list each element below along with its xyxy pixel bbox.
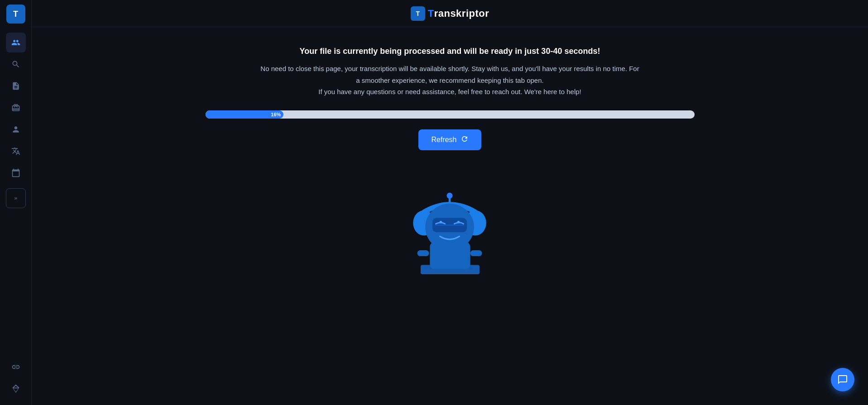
sidebar-item-calendar[interactable] xyxy=(6,163,26,183)
processing-headline: Your file is currently being processed a… xyxy=(300,45,600,57)
main-content: T Transkriptor Your file is currently be… xyxy=(32,0,868,405)
sidebar-item-user[interactable] xyxy=(6,119,26,139)
app-logo[interactable]: T xyxy=(6,5,25,24)
chat-icon xyxy=(837,374,848,385)
progress-container: 16% xyxy=(206,110,695,119)
logo-icon: T xyxy=(411,6,425,21)
svg-point-18 xyxy=(446,192,452,198)
gem-icon xyxy=(11,384,20,393)
topbar: T Transkriptor xyxy=(32,0,868,27)
expand-icon: » xyxy=(14,195,17,201)
refresh-label: Refresh xyxy=(431,136,456,144)
sidebar-expand-button[interactable]: » xyxy=(6,188,26,208)
processing-content: Your file is currently being processed a… xyxy=(32,27,868,405)
svg-rect-11 xyxy=(417,250,429,256)
document-icon xyxy=(11,81,20,91)
sidebar: T » xyxy=(0,0,32,405)
processing-subtext: No need to close this page, your transcr… xyxy=(260,63,639,98)
translate-icon xyxy=(11,147,20,156)
progress-percent-label: 16% xyxy=(271,112,281,117)
team-icon xyxy=(11,38,20,47)
sidebar-item-gift[interactable] xyxy=(6,98,26,118)
search-icon xyxy=(11,60,20,69)
refresh-icon xyxy=(460,135,469,145)
chat-button[interactable] xyxy=(831,368,854,391)
app-title: Transkriptor xyxy=(428,8,489,19)
robot-mascot xyxy=(391,168,509,286)
sidebar-item-search[interactable] xyxy=(6,54,26,74)
sidebar-item-link[interactable] xyxy=(6,357,26,377)
link-icon xyxy=(11,362,20,372)
svg-point-22 xyxy=(457,221,460,224)
svg-point-21 xyxy=(439,221,442,224)
gift-icon xyxy=(11,103,20,112)
svg-rect-1 xyxy=(424,267,427,269)
sidebar-item-team[interactable] xyxy=(6,33,26,52)
logo-area: T Transkriptor xyxy=(411,6,489,21)
calendar-icon xyxy=(11,168,20,177)
sidebar-item-gem[interactable] xyxy=(6,379,26,399)
progress-bar-background: 16% xyxy=(206,110,695,119)
robot-svg xyxy=(391,168,509,286)
sidebar-item-documents[interactable] xyxy=(6,76,26,96)
sidebar-item-translate[interactable] xyxy=(6,141,26,161)
refresh-button[interactable]: Refresh xyxy=(418,129,481,150)
svg-rect-12 xyxy=(470,250,482,256)
user-icon xyxy=(11,125,20,134)
svg-rect-10 xyxy=(469,267,472,269)
progress-bar-fill: 16% xyxy=(206,110,284,119)
